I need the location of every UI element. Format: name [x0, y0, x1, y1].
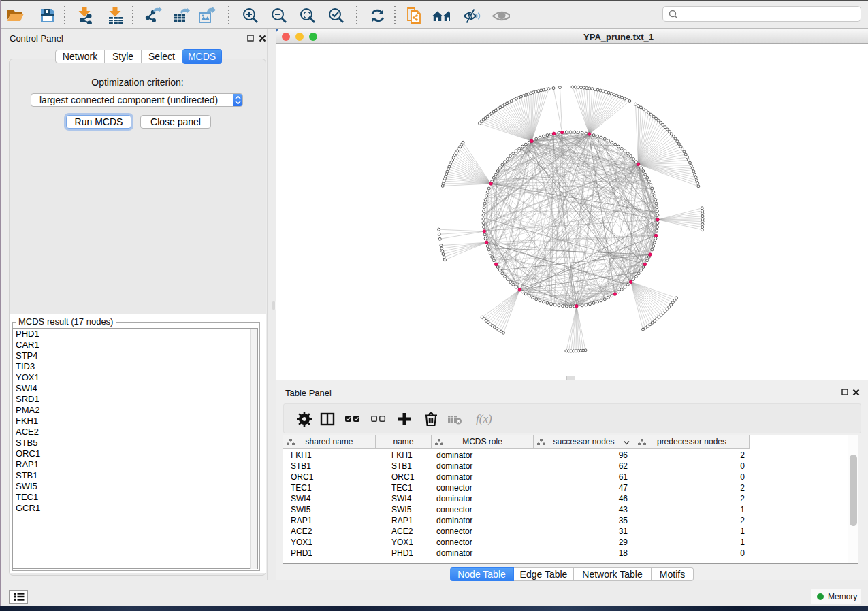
- svg-text:f(x): f(x): [476, 412, 492, 425]
